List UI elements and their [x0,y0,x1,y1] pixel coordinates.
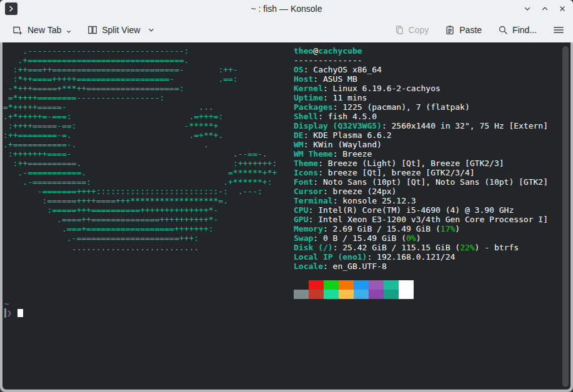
palette-row-normal [294,280,414,290]
palette-swatch [384,280,399,290]
ascii-art-line: .+*+++++=-===: .=+++=: [3,112,277,121]
color-palette [294,280,414,299]
palette-swatch [294,280,309,290]
palette-swatch [369,280,384,290]
maximize-button[interactable] [539,3,551,14]
palette-swatch [339,280,354,290]
find-label: Find... [512,25,537,35]
palette-row-bright [294,290,414,299]
sysinfo-row: -------------- [294,56,548,65]
sysinfo-row: Local IP (eno1): 192.168.0.121/24 [294,252,548,262]
palette-swatch [324,290,339,299]
sysinfo-row: Packages: 1225 (pacman), 7 (flatpak) [294,102,548,112]
sysinfo-row: OS: CachyOS x86_64 [294,65,548,74]
cursor-block [17,309,23,317]
ascii-art-line: -*+++=====+***++===================: [3,84,277,93]
ascii-art-line: .-===========: .+******+: [3,177,277,187]
hamburger-menu-button[interactable] [553,25,564,35]
ascii-art-line: =*++++========-----------------: [3,93,277,102]
split-view-button[interactable]: Split View [87,25,154,35]
ascii-art-line: :+++++++====- .--==-. [3,149,277,159]
sysinfo-row: Kernel: Linux 6.19.6-2-cachyos [294,84,548,93]
window-controls [522,0,568,17]
sysinfo-row: Memory: 2.69 GiB / 15.49 GiB (17%) [294,224,548,233]
sysinfo-row: Locale: en_GB.UTF-8 [294,262,548,271]
ascii-art-line: .+===========-. . [3,140,277,149]
hamburger-icon [553,25,564,35]
ascii-art-line: :++==========. :+++++++: [3,159,277,168]
ascii-art-line: .+================================. [3,56,277,65]
sysinfo-row: Uptime: 11 mins [294,93,548,102]
sysinfo-row: Theme: Breeze (Light) [Qt], Breeze [GTK2… [294,159,548,168]
ascii-art-line: -=======++++:::::::::::::::::::::::::-: … [3,187,277,196]
sysinfo-row: GPU: Intel Xeon E3-1200 v3/4th Gen Core … [294,215,548,224]
sysinfo-row: WM Theme: Breeze [294,149,548,159]
konsole-window: ~ : fish — Konsole New [0,0,573,392]
sysinfo-row: theo@cachycube [294,46,548,56]
palette-swatch [354,280,369,290]
ascii-art-line: .-=====================+++: [3,233,277,243]
palette-swatch [369,290,384,299]
sysinfo-row: Disk (/): 25.42 GiB / 115.15 GiB (22%) -… [294,243,548,252]
ascii-art-line: :++++=====-==: -*****+ [3,121,277,130]
ascii-art-line: :++===++==========================- :++- [3,65,277,74]
copy-button[interactable]: Copy [394,25,429,35]
window-chrome: ~ : fish — Konsole New [0,0,573,42]
scrollbar-thumb[interactable] [562,46,569,387]
prompt-cwd: ~ [4,299,23,308]
toolbar: New Tab Split View Copy [0,17,573,42]
minimize-button[interactable] [522,3,533,14]
split-view-label: Split View [102,25,140,35]
ascii-art-line: .--------------------------------: [3,46,277,56]
sysinfo-row: Shell: fish 4.5.0 [294,112,548,121]
sysinfo-row: Font: Noto Sans (10pt) [Qt], Noto Sans (… [294,177,548,187]
new-tab-label: New Tab [27,25,61,35]
palette-swatch [354,290,369,299]
palette-swatch [309,290,324,299]
copy-label: Copy [409,25,429,35]
paste-label: Paste [459,25,482,35]
palette-swatch [339,290,354,299]
chevron-down-icon [148,28,154,32]
ascii-art-line: .====++==============++++++++++*- [3,215,277,224]
sysinfo-row: CPU: Intel(R) Core(TM) i5-4690 (4) @ 3.9… [294,205,548,215]
palette-swatch [294,290,309,299]
sysinfo-row: Swap: 0 B / 15.49 GiB (0%) [294,233,548,243]
sysinfo-row: Icons: breeze [Qt], breeze [GTK2/3/4] [294,168,548,177]
sysinfo-row: WM: KWin (Wayland) [294,140,548,149]
palette-swatch [399,280,414,290]
sysinfo-row: Host: ASUS MB [294,74,548,84]
ascii-art-line: :=====+++==========++++++++++++++*- [3,205,277,215]
palette-swatch [309,280,324,290]
palette-swatch [324,280,339,290]
prompt: ~ ❯ [4,299,23,318]
sysinfo-row: Display (Q32V3WG5): 2560x1440 in 32", 75… [294,121,548,130]
sysinfo-row: DE: KDE Plasma 6.6.2 [294,130,548,140]
ascii-art-line: .===+==================+++++++: [3,224,277,233]
new-tab-button[interactable]: New Tab [12,25,71,36]
ascii-art-line: .-===========. =******+*+ [3,168,277,177]
system-info: theo@cachycube--------------OS: CachyOS … [294,46,548,271]
sysinfo-row: Terminal: konsole 25.12.3 [294,196,548,205]
window-title: ~ : fish — Konsole [0,0,573,17]
prompt-line: ❯ [4,308,23,318]
titlebar[interactable]: ~ : fish — Konsole [0,0,573,17]
close-button[interactable] [557,3,568,14]
sysinfo-row: Cursor: breeze (24px) [294,187,548,196]
ascii-art-line: :*++====+++++===================- .==: [3,74,277,84]
ascii-art-line: =*+++++=====- ... [3,102,277,112]
palette-swatch [399,290,414,299]
ascii-art-line: .......................... [3,243,277,252]
palette-swatch [384,290,399,299]
ascii-art-line: :++========-=. .=+**+. [3,130,277,140]
prompt-symbol: ❯ [4,308,12,318]
terminal-viewport[interactable]: .--------------------------------: .+===… [2,42,571,390]
find-button[interactable]: Find... [498,25,537,35]
paste-button[interactable]: Paste [445,25,482,35]
chevron-down-icon [66,30,71,34]
ascii-art-line: :======++++====+++******************=. [3,196,277,205]
ascii-art: .--------------------------------: .+===… [3,46,277,252]
